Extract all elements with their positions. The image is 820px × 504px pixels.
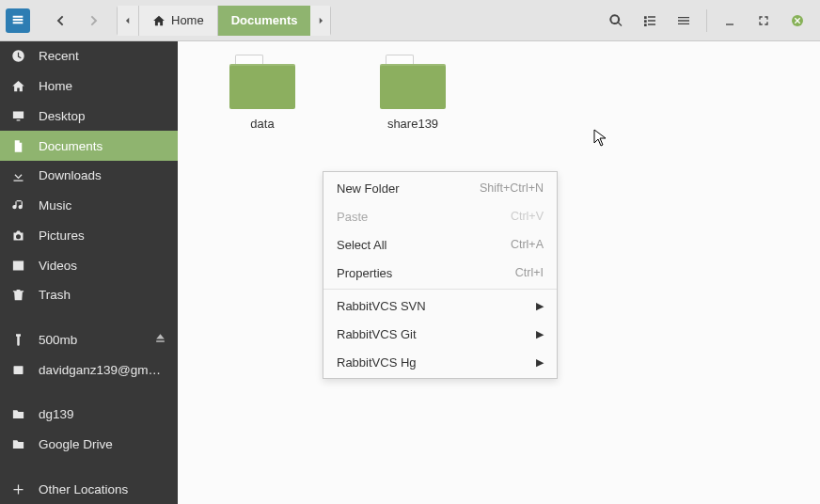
- camera-icon: [11, 228, 25, 243]
- sidebar-item-label: dg139: [39, 407, 166, 421]
- music-icon: [11, 198, 25, 213]
- close-button[interactable]: [781, 6, 814, 36]
- menu-shortcut: Ctrl+V: [511, 210, 544, 223]
- maximize-button[interactable]: [747, 6, 781, 36]
- sidebar-item-label: Trash: [39, 288, 166, 302]
- pathbar-current-label: Documents: [231, 13, 298, 27]
- menu-shortcut: Shift+Ctrl+N: [480, 181, 544, 195]
- main: Recent Home Desktop Documents Downloads …: [0, 41, 820, 504]
- sidebar-item-music[interactable]: Music: [0, 191, 178, 221]
- menu-rabbitvcs-git[interactable]: RabbitVCS Git ▶: [323, 320, 557, 348]
- menu-separator: [323, 289, 557, 290]
- sidebar-item-label: Home: [39, 79, 166, 93]
- usb-icon: [11, 333, 25, 347]
- sidebar-item-recent[interactable]: Recent: [0, 41, 178, 71]
- sidebar-item-label: davidganz139@gm…: [39, 363, 166, 377]
- account-icon: [11, 363, 25, 377]
- hamburger-menu-button[interactable]: [667, 6, 701, 36]
- back-button[interactable]: [43, 6, 77, 36]
- sidebar-item-label: 500mb: [39, 333, 141, 347]
- mouse-cursor: [593, 129, 608, 150]
- sidebar-item-pictures[interactable]: Pictures: [0, 220, 178, 250]
- menu-label: Paste: [337, 210, 368, 224]
- menu-label: RabbitVCS Git: [337, 327, 417, 341]
- folder-item[interactable]: data: [215, 55, 309, 131]
- menu-shortcut: Ctrl+A: [511, 238, 544, 251]
- pathbar-next[interactable]: [310, 6, 331, 36]
- context-menu: New Folder Shift+Ctrl+N Paste Ctrl+V Sel…: [323, 171, 558, 379]
- menu-paste: Paste Ctrl+V: [323, 202, 557, 230]
- desktop-icon: [11, 109, 25, 123]
- download-icon: [11, 168, 25, 182]
- folder-label: share139: [387, 117, 438, 131]
- folder-grid: data share139: [178, 55, 820, 131]
- sidebar-item-label: Pictures: [39, 228, 166, 243]
- clock-icon: [11, 49, 25, 63]
- sidebar-item-downloads[interactable]: Downloads: [0, 161, 178, 191]
- svg-rect-0: [726, 24, 733, 24]
- menu-new-folder[interactable]: New Folder Shift+Ctrl+N: [323, 174, 557, 202]
- sidebar-item-desktop[interactable]: Desktop: [0, 101, 178, 131]
- minimize-button[interactable]: [713, 6, 747, 36]
- sidebar-item-trash[interactable]: Trash: [0, 280, 178, 310]
- folder-icon: [229, 55, 295, 109]
- sidebar-item-label: Desktop: [39, 109, 166, 123]
- menu-select-all[interactable]: Select All Ctrl+A: [323, 230, 557, 259]
- sidebar-item-other[interactable]: Other Locations: [0, 474, 178, 504]
- sidebar-item-account[interactable]: davidganz139@gm…: [0, 354, 178, 385]
- menu-label: RabbitVCS Hg: [337, 355, 417, 370]
- sidebar-item-label: Downloads: [39, 168, 166, 182]
- menu-rabbitvcs-hg[interactable]: RabbitVCS Hg ▶: [323, 348, 557, 376]
- menu-label: New Folder: [337, 181, 399, 196]
- submenu-arrow-icon: ▶: [536, 356, 544, 369]
- sidebar-item-drive[interactable]: 500mb: [0, 324, 178, 354]
- trash-icon: [11, 288, 25, 302]
- pathbar-home[interactable]: Home: [139, 6, 218, 36]
- svg-rect-2: [14, 366, 24, 374]
- folder-label: data: [250, 117, 274, 131]
- sidebar-item-gdrive[interactable]: Google Drive: [0, 430, 178, 460]
- sidebar-item-label: Videos: [39, 259, 166, 273]
- eject-icon[interactable]: [154, 332, 166, 347]
- sidebar-item-label: Music: [39, 198, 166, 213]
- forward-button[interactable]: [77, 6, 111, 36]
- folder-icon: [380, 55, 446, 109]
- sidebar-item-dg[interactable]: dg139: [0, 400, 178, 430]
- sidebar-item-label: Other Locations: [39, 482, 166, 496]
- sidebar-item-label: Recent: [39, 49, 166, 63]
- submenu-arrow-icon: ▶: [536, 300, 544, 312]
- sidebar-item-home[interactable]: Home: [0, 71, 178, 102]
- content-area[interactable]: data share139 New Folder Shift+Ctrl+N Pa…: [178, 41, 820, 504]
- pathbar: Home Documents: [117, 6, 331, 36]
- menu-label: RabbitVCS SVN: [337, 299, 426, 313]
- video-icon: [11, 259, 25, 273]
- menu-rabbitvcs-svn[interactable]: RabbitVCS SVN ▶: [323, 291, 557, 320]
- pathbar-home-label: Home: [171, 13, 204, 27]
- plus-icon: [11, 482, 25, 496]
- files-app-icon: [6, 8, 30, 33]
- pathbar-current[interactable]: Documents: [218, 6, 311, 36]
- menu-label: Properties: [337, 266, 392, 280]
- toolbar-separator: [706, 9, 707, 32]
- sidebar-item-label: Google Drive: [39, 437, 166, 451]
- toolbar: Home Documents: [0, 0, 820, 41]
- folder-icon: [11, 437, 25, 451]
- sidebar: Recent Home Desktop Documents Downloads …: [0, 41, 178, 504]
- menu-properties[interactable]: Properties Ctrl+I: [323, 259, 557, 287]
- pathbar-prev[interactable]: [117, 6, 139, 36]
- view-toggle-button[interactable]: [633, 6, 667, 36]
- folder-item[interactable]: share139: [366, 55, 460, 131]
- sidebar-item-documents[interactable]: Documents: [0, 131, 178, 161]
- submenu-arrow-icon: ▶: [536, 328, 544, 340]
- menu-shortcut: Ctrl+I: [515, 266, 544, 279]
- document-icon: [11, 139, 25, 153]
- search-button[interactable]: [599, 6, 633, 36]
- home-icon: [11, 79, 25, 93]
- folder-icon: [11, 407, 25, 421]
- menu-label: Select All: [337, 238, 386, 252]
- sidebar-item-videos[interactable]: Videos: [0, 250, 178, 280]
- sidebar-item-label: Documents: [39, 139, 166, 153]
